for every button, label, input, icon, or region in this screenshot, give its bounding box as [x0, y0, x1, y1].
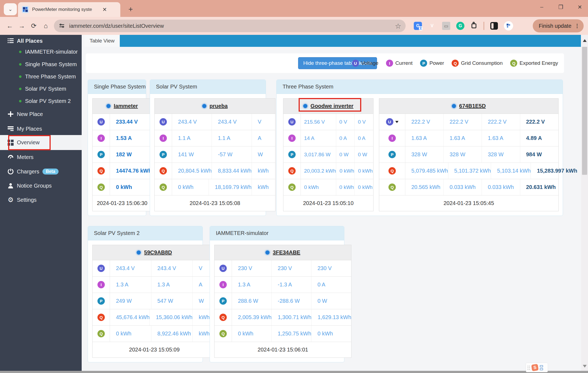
- scrollbar-up-arrow[interactable]: [583, 39, 587, 42]
- value-cell: 249 W: [110, 293, 151, 309]
- badge-cell: P: [283, 146, 301, 163]
- place-status-dot: [19, 63, 22, 66]
- grid-consumption-badge-icon: Q: [452, 60, 459, 67]
- sidebar-item-label: Meters: [17, 154, 33, 160]
- meter-row: Q14474.76 kWh: [93, 163, 152, 179]
- value-cell: 222.2 V: [444, 114, 482, 130]
- exported-energy-badge-icon: Q: [219, 330, 227, 337]
- sidebar-item-notice-groups[interactable]: Notice Groups: [0, 180, 82, 192]
- value-cell: 243.4 V: [110, 260, 151, 276]
- home-icon[interactable]: ⌂: [40, 22, 52, 30]
- new-tab-button[interactable]: +: [126, 4, 136, 14]
- phase-dropdown-caret-icon[interactable]: [395, 121, 399, 123]
- badge-cell: U: [155, 114, 172, 130]
- gear-icon: ⚙: [7, 196, 14, 203]
- value-cell: 1.3 A: [232, 277, 272, 293]
- tab-table-view[interactable]: Table View: [84, 35, 120, 47]
- badge-cell: P: [93, 293, 110, 309]
- badge-cell: I: [93, 130, 110, 146]
- value-cell: 233.44 V: [110, 114, 152, 130]
- finish-update-button[interactable]: Finish update⋮: [533, 19, 584, 32]
- sidebar-item-meters[interactable]: Meters: [0, 151, 82, 163]
- value-cell: 222.2 V: [405, 114, 444, 130]
- value-cell: 182 W: [110, 146, 152, 163]
- all-places-list-icon: [7, 37, 14, 44]
- place-status-dot: [19, 100, 22, 102]
- meter-name-link[interactable]: 3FE34ABE: [273, 249, 300, 256]
- scrollbar-down-arrow[interactable]: [583, 365, 587, 368]
- extensions-puzzle-icon[interactable]: [470, 22, 477, 29]
- meter-timestamp: 2024-01-23 15:05:09: [93, 342, 216, 357]
- card-single-phase-system: Single Phase System IammeterU233.44 VI1.…: [88, 80, 146, 216]
- sidebar-item-new-place[interactable]: New Place: [0, 108, 82, 120]
- unit-cell: A: [252, 130, 275, 146]
- grid-consumption-badge-icon: Q: [97, 314, 105, 321]
- meter-table: pruebaU243.4 V243.4 VVI1.1 A1.1 AAP141 W…: [154, 98, 275, 211]
- current-badge-icon: I: [160, 134, 167, 142]
- card-title: Solar PV System: [150, 80, 266, 94]
- meter-name-link[interactable]: prueba: [210, 103, 228, 109]
- widget-logo[interactable]: S: [531, 364, 538, 371]
- bookmark-star-icon[interactable]: ☆: [395, 22, 401, 30]
- badge-cell: I: [379, 130, 405, 146]
- address-bar[interactable]: iammeter.com/dz/user/siteListOverview ☆: [54, 20, 406, 32]
- badge-cell: I: [155, 130, 172, 146]
- scrollbar-thumb[interactable]: [582, 47, 587, 175]
- legend-panel: Hide three-phase table details U Voltage…: [86, 53, 564, 73]
- sidebar-item-settings[interactable]: ⚙ Settings: [0, 194, 82, 206]
- sidebar-item-single-phase-system[interactable]: Single Phase System: [0, 58, 82, 70]
- meter-name-link[interactable]: Iammeter: [114, 103, 138, 109]
- meter-name-link[interactable]: 674B1E5D: [459, 103, 486, 109]
- floating-widget[interactable]: S: [526, 363, 548, 372]
- meter-table: Goodwe inverterU215.56 V0 V0 VI14 A0 A0 …: [283, 98, 373, 211]
- reload-icon[interactable]: ⟳: [28, 22, 40, 30]
- grammarly-extension-icon[interactable]: G: [456, 22, 464, 30]
- value-cell: 3,017.86 W: [301, 146, 336, 163]
- browser-tabstrip: ⌄ PowerMeter monitoring syste ✕ + – ❐ ✕: [0, 0, 588, 17]
- meter-name-link[interactable]: 59C9AB8D: [144, 249, 172, 256]
- sidebar-item-chargers[interactable]: Chargers Beta: [0, 166, 82, 178]
- exported-energy-badge-icon: Q: [388, 184, 396, 191]
- sidebar-item-my-places[interactable]: My Places: [0, 123, 82, 135]
- value-cell: 1.63 A: [482, 130, 520, 146]
- value-cell: 0 kWh: [355, 163, 373, 179]
- card-solar-pv-system: Solar PV System pruebaU243.4 V243.4 VVI1…: [150, 80, 266, 216]
- value-cell: 4.89 A: [520, 130, 559, 146]
- restore-icon[interactable]: ❐: [558, 4, 564, 10]
- power-icon: [7, 168, 14, 175]
- url-text[interactable]: iammeter.com/dz/user/siteListOverview: [69, 23, 164, 29]
- meter-header: 3FE34ABE: [215, 245, 351, 260]
- site-settings-icon[interactable]: [59, 23, 65, 29]
- value-cell: 0 kWh: [301, 179, 336, 195]
- browser-menu-icon[interactable]: ⋮: [575, 23, 580, 29]
- value-cell: -288.6 W: [272, 293, 311, 309]
- value-cell: 0 W: [311, 293, 351, 309]
- page-scrollbar[interactable]: [581, 35, 588, 371]
- value-cell: 14 A: [301, 130, 336, 146]
- exported-energy-badge-icon: Q: [97, 330, 105, 337]
- v-extension-icon[interactable]: V: [428, 22, 436, 30]
- widget-drag-handle[interactable]: [528, 366, 530, 370]
- sidebar-item-iammeter-simulator[interactable]: IAMMETER-simulator: [0, 46, 82, 58]
- tab-close-icon[interactable]: ✕: [102, 6, 107, 13]
- laptop-extension-icon[interactable]: ▭: [442, 22, 450, 30]
- place-status-dot: [19, 51, 22, 53]
- meter-row: Q20,804.5 kWh8,833.44 kWhkWh: [155, 163, 275, 179]
- value-cell: 15,283.997 kWh: [531, 163, 577, 179]
- value-cell: 1.1 A: [212, 130, 252, 146]
- close-icon[interactable]: ✕: [577, 4, 583, 10]
- back-icon[interactable]: ←: [4, 22, 16, 30]
- sidebar-item-all-places[interactable]: All Places: [0, 35, 82, 47]
- minimize-icon[interactable]: –: [538, 4, 545, 10]
- translate-extension-icon[interactable]: G: [414, 22, 422, 30]
- sidebar-item-solar-pv-system-2[interactable]: Solar PV System 2: [0, 95, 82, 107]
- browser-tab[interactable]: PowerMeter monitoring syste ✕: [18, 2, 120, 17]
- sidebar-item-three-phase-system[interactable]: Three Phase System: [0, 71, 82, 82]
- profile-avatar[interactable]: [504, 21, 513, 30]
- forward-icon[interactable]: →: [16, 22, 28, 30]
- tab-search-button[interactable]: ⌄: [4, 3, 17, 15]
- sidebar-item-solar-pv-system[interactable]: Solar PV System: [0, 83, 82, 95]
- side-panel-icon[interactable]: [490, 22, 498, 30]
- value-cell: 0 V: [355, 114, 373, 130]
- power-badge-icon: P: [97, 151, 105, 158]
